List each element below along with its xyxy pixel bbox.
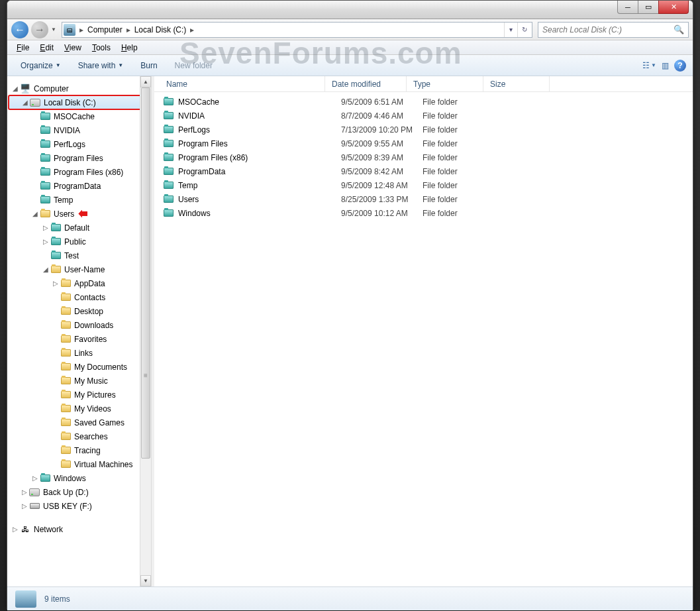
tree-folder[interactable]: Favorites xyxy=(9,332,151,346)
tree-folder[interactable]: Program Files xyxy=(9,151,151,165)
breadcrumb-arrow[interactable]: ▸ xyxy=(125,25,132,34)
expand-icon[interactable]: ◢ xyxy=(31,210,39,217)
expand-icon[interactable]: ◢ xyxy=(11,85,19,92)
expand-icon[interactable]: ▷ xyxy=(21,502,28,510)
menu-tools[interactable]: Tools xyxy=(87,42,116,54)
tree-folder[interactable]: MSOCache xyxy=(9,109,151,123)
scroll-down-button[interactable]: ▼ xyxy=(140,575,151,586)
tree-folder[interactable]: Virtual Machines xyxy=(9,457,151,471)
close-button[interactable]: ✕ xyxy=(658,1,689,14)
breadcrumb-computer[interactable]: Computer xyxy=(85,25,125,34)
menu-view[interactable]: View xyxy=(59,42,87,54)
file-date: 9/5/2009 6:51 AM xyxy=(341,97,423,107)
file-row[interactable]: MSOCache9/5/2009 6:51 AMFile folder xyxy=(154,95,693,109)
minimize-button[interactable]: ─ xyxy=(617,1,638,14)
organize-button[interactable]: Organize▼ xyxy=(14,58,68,73)
tree-folder[interactable]: Program Files (x86) xyxy=(9,165,151,179)
menu-file[interactable]: File xyxy=(11,42,34,54)
scroll-up-button[interactable]: ▲ xyxy=(140,76,151,87)
tree-folder[interactable]: Saved Games xyxy=(9,416,151,429)
tree-windows[interactable]: ▷Windows xyxy=(9,471,151,485)
tree-computer[interactable]: ◢🖥️Computer xyxy=(9,82,151,95)
column-type[interactable]: Type xyxy=(407,76,483,91)
search-input[interactable] xyxy=(542,25,674,34)
file-row[interactable]: Windows9/5/2009 10:12 AMFile folder xyxy=(154,206,693,220)
tree-folder[interactable]: Contacts xyxy=(9,290,151,304)
breadcrumb-location[interactable]: Local Disk (C:) xyxy=(132,25,189,34)
tree-folder[interactable]: Tracing xyxy=(9,443,151,457)
folder-icon xyxy=(162,98,174,105)
menu-help[interactable]: Help xyxy=(116,42,143,54)
tree-folder[interactable]: Searches xyxy=(9,429,151,443)
expand-icon[interactable]: ▷ xyxy=(42,224,50,231)
tree-folder[interactable]: ▷Default xyxy=(9,221,151,235)
expand-icon[interactable]: ▷ xyxy=(21,488,28,496)
sidebar-scrollbar[interactable]: ▲ ▼ xyxy=(140,76,151,586)
nav-history-dropdown[interactable]: ▼ xyxy=(51,27,59,32)
tree-folder[interactable]: NVIDIA xyxy=(9,123,151,137)
back-button[interactable]: ← xyxy=(11,21,28,38)
tree-backup-drive[interactable]: ▷Back Up (D:) xyxy=(9,485,151,499)
column-size[interactable]: Size xyxy=(483,76,550,91)
tree-folder[interactable]: ▷Public xyxy=(9,235,151,249)
tree-folder[interactable]: Links xyxy=(9,346,151,360)
tree-usb-drive[interactable]: ▷USB KEY (F:) xyxy=(9,499,151,513)
expand-icon[interactable]: ▷ xyxy=(42,238,50,245)
tree-folder[interactable]: Test xyxy=(9,249,151,262)
menu-edit[interactable]: Edit xyxy=(34,42,59,54)
expand-icon[interactable]: ▷ xyxy=(52,280,60,287)
share-button[interactable]: Share with▼ xyxy=(72,58,130,73)
column-name[interactable]: Name xyxy=(154,76,325,91)
file-row[interactable]: Program Files (x86)9/5/2009 8:39 AMFile … xyxy=(154,150,693,164)
file-row[interactable]: PerfLogs7/13/2009 10:20 PMFile folder xyxy=(154,123,693,137)
search-icon[interactable]: 🔍 xyxy=(674,25,684,34)
titlebar[interactable]: ─ ▭ ✕ xyxy=(7,1,693,19)
address-bar[interactable]: 🖴 ▸ Computer ▸ Local Disk (C:) ▸ ▾ ↻ xyxy=(62,22,532,38)
new-folder-button[interactable]: New folder xyxy=(168,58,219,73)
tree-local-disk[interactable]: ◢Local Disk (C:) xyxy=(9,95,151,109)
folder-icon xyxy=(60,306,72,317)
tree-folder[interactable]: ProgramData xyxy=(9,179,151,193)
tree-folder[interactable]: My Documents xyxy=(9,360,151,374)
help-button[interactable]: ? xyxy=(674,60,686,72)
file-row[interactable]: Temp9/5/2009 12:48 AMFile folder xyxy=(154,178,693,192)
view-options-button[interactable]: ☷ ▼ xyxy=(642,61,656,70)
tree-folder[interactable]: My Videos xyxy=(9,402,151,416)
expand-icon[interactable]: ▷ xyxy=(31,474,39,482)
file-row[interactable]: ProgramData9/5/2009 8:42 AMFile folder xyxy=(154,164,693,178)
tree-label: MSOCache xyxy=(54,112,95,121)
breadcrumb-arrow[interactable]: ▸ xyxy=(189,25,195,34)
maximize-button[interactable]: ▭ xyxy=(638,1,659,14)
tree-users[interactable]: ◢Users xyxy=(9,207,151,221)
address-dropdown[interactable]: ▾ xyxy=(504,23,517,37)
breadcrumb-arrow[interactable]: ▸ xyxy=(78,25,85,34)
tree-user-name[interactable]: ◢User-Name xyxy=(9,262,151,276)
expand-icon[interactable]: ◢ xyxy=(21,99,29,106)
preview-pane-button[interactable]: ▥ xyxy=(662,61,669,70)
tree-folder[interactable]: My Music xyxy=(9,374,151,388)
tree-label: Saved Games xyxy=(74,418,125,427)
file-row[interactable]: Users8/25/2009 1:33 PMFile folder xyxy=(154,192,693,206)
file-row[interactable]: Program Files9/5/2009 9:55 AMFile folder xyxy=(154,137,693,150)
tree-label: Temp xyxy=(54,195,73,205)
expand-icon[interactable]: ▷ xyxy=(11,526,19,533)
burn-button[interactable]: Burn xyxy=(134,58,164,73)
tree-folder[interactable]: Downloads xyxy=(9,318,151,332)
tree-folder[interactable]: Desktop xyxy=(9,304,151,318)
tree-label: Users xyxy=(54,209,74,219)
file-row[interactable]: NVIDIA8/7/2009 4:46 AMFile folder xyxy=(154,109,693,123)
forward-button[interactable]: → xyxy=(31,21,48,38)
folder-icon xyxy=(162,112,174,119)
folder-icon xyxy=(39,111,51,122)
tree-folder[interactable]: My Pictures xyxy=(9,388,151,402)
refresh-button[interactable]: ↻ xyxy=(517,23,530,37)
tree-network[interactable]: ▷🖧Network xyxy=(9,522,151,536)
folder-icon xyxy=(50,223,62,233)
column-date[interactable]: Date modified xyxy=(325,76,407,91)
tree-folder[interactable]: ▷AppData xyxy=(9,276,151,290)
tree-folder[interactable]: PerfLogs xyxy=(9,137,151,151)
expand-icon[interactable]: ◢ xyxy=(42,266,50,273)
scroll-thumb[interactable] xyxy=(141,87,150,459)
tree-folder[interactable]: Temp xyxy=(9,193,151,207)
search-box[interactable]: 🔍 xyxy=(538,22,689,38)
